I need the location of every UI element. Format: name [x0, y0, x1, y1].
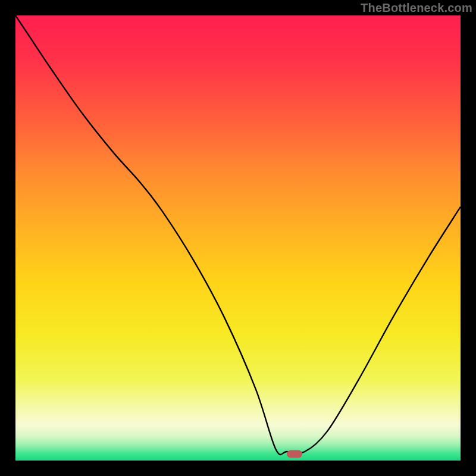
chart-stage: TheBottleneck.com — [0, 0, 476, 476]
watermark-text: TheBottleneck.com — [361, 1, 472, 15]
bottleneck-curve — [15, 15, 461, 461]
optimal-marker — [287, 450, 302, 458]
bottleneck-curve-path — [15, 15, 461, 455]
plot-area — [15, 15, 461, 461]
